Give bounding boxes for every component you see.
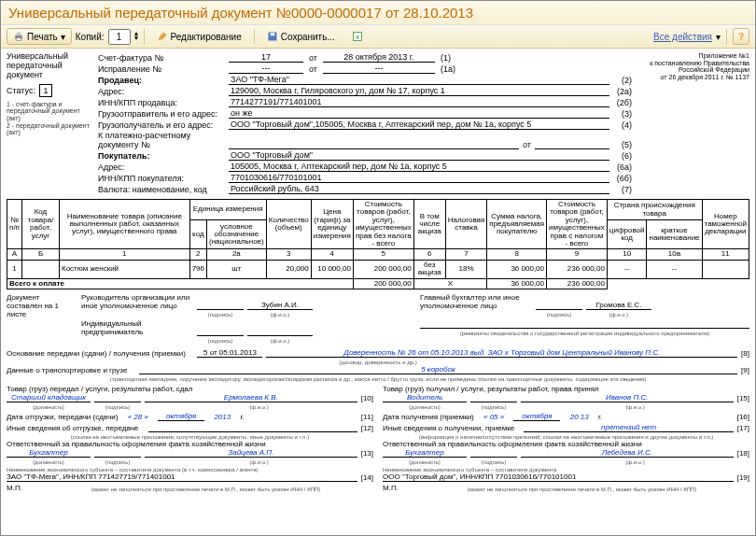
field-value: Российский рубль, 643 [229,184,609,194]
print-label: Печать [27,32,58,42]
field-value: 105005, Москва г, Аптекарский пер, дом №… [229,162,609,172]
col-ucode: код [189,220,206,249]
glb-label: Главный бухгалтер или иное уполномоченно… [420,293,532,310]
invoice-no: 17 [229,52,303,63]
items-table: № п/п Код товара/ работ, услуг Наименова… [7,199,749,289]
ip-reg [420,319,749,329]
doc-pages: Документ составлен на 1 листе [7,293,72,346]
col-cn: краткое наименование [647,220,702,249]
copies-label: Копий: [76,32,105,42]
separator [144,29,145,44]
col-num: № п/п [7,200,22,249]
field-num: (2) [609,76,632,85]
col-num-c7: 5 [353,249,413,260]
field-label: Валюта: наименование, код [98,185,229,194]
window-title: Универсальный передаточный документ №000… [1,1,755,25]
col-num-c1: А [7,249,22,260]
field-value: 7714277191/771401001 [229,97,609,107]
correction-label: Исправление № [98,64,229,74]
field-label: Покупатель: [98,151,229,161]
sub: (ф.и.о.) [586,312,651,317]
col-excise: В том числе акциза [413,200,445,249]
help-icon: ? [738,32,744,42]
header-fields: Счет-фактура № 17 от 28 октября 2013 г. … [98,52,632,195]
col-num-c11: 9 [547,249,608,260]
field-value: 129090, Москва г, Гиляровского ул, дом №… [229,86,609,96]
table-row: 1Костюм женский796шт20,00010 000,00200 0… [7,260,749,278]
sub: (подпись) [197,338,244,344]
printer-icon [13,31,24,42]
copies-input[interactable] [108,29,131,45]
export-button[interactable]: x [345,28,370,45]
status-note-1: 1 - счет-фактура и передаточный документ… [7,101,92,122]
status-value: 1 [39,84,52,97]
col-usym: условное обозначение (национальное) [207,220,267,249]
ip-label: Индивидуальный предприниматель [81,319,193,336]
doc-type-2: передаточный [7,61,63,70]
status-note-2: 2 - передаточный документ (акт) [7,122,92,136]
col-num-c4a: 2 [189,249,206,260]
col-rate: Налоговая ставка [445,200,487,249]
field-label: К платежно-расчетному документу № [98,131,229,149]
svg-rect-2 [17,38,21,41]
field-value: ООО "Торговый дом",105005, Москва г, Апт… [229,120,609,130]
from-label: от [303,64,323,74]
field-value: ООО "Торговый дом" [229,150,609,161]
field-num: (5) [609,140,632,149]
col-num-c3: 1 [60,249,190,260]
print-button[interactable]: Печать ▾ [7,28,72,45]
edit-label: Редактирование [171,32,242,42]
col-num-c8: 6 [413,249,445,260]
edit-button[interactable]: Редактирование [150,28,248,45]
ip-name [247,327,313,336]
save-label: Сохранить... [281,32,335,42]
invoice-date: 28 октября 2013 г. [323,52,435,63]
correction-date: --- [323,63,435,74]
field-value: он же [229,108,609,119]
basis-val: 5 от 05.01.2013 [197,348,262,358]
col-num-c6: 4 [311,249,353,260]
spinner-icon[interactable]: ▴▾ [134,32,138,41]
document-window: Универсальный передаточный документ №000… [0,0,756,536]
col-unit: Единица измерения [189,200,266,220]
toolbar: Печать ▾ Копий: ▴▾ Редактирование Сохран… [1,25,755,49]
field-label: ИНН/КПП покупателя: [98,174,229,183]
col-num-c10: 8 [487,249,547,260]
glb-sign [536,301,582,310]
separator [726,29,727,44]
status-label: Статус: [7,86,35,95]
from-label: от [303,53,323,63]
block-title: Товар (груз) получил / услуги, результат… [383,385,749,393]
col-price: Цена (тариф) за единицу измерения [311,200,353,249]
field-label: Адрес: [98,87,229,96]
save-button[interactable]: Сохранить... [260,28,342,45]
separator [254,29,255,44]
ruk-label: Руководитель организации или иное уполно… [81,293,193,310]
n9: [9] [741,366,749,374]
col-num-c13: 11 [702,249,749,260]
col-num-c9: 7 [445,249,487,260]
help-button[interactable]: ? [733,28,749,45]
field-num: (4) [609,120,632,130]
field-value [229,139,519,149]
svg-text:x: x [356,33,359,41]
doc-type-1: Универсальный [7,51,68,61]
field-value: 7701030616/770101001 [229,173,609,183]
field-num: (6б) [609,174,632,183]
field-num: (2а) [609,87,632,96]
suffix-1a: (1а) [435,64,455,74]
dropdown-icon: ▾ [61,32,65,42]
col-num-c12b: 10а [647,249,702,260]
doc-type-3: документ [7,70,43,79]
sub: (реквизиты свидетельства о государственн… [420,331,749,336]
total-row: Всего к оплате200 000,00Х36 000,00236 00… [7,278,749,289]
svg-rect-4 [270,33,274,35]
glb-name: Громова Е.С. [586,301,651,310]
all-actions-link[interactable]: Все действия [653,32,712,42]
col-num-c12a: 10 [607,249,647,260]
field-num: (3) [609,109,632,119]
trans-sub: (транспортная накладная, поручение экспе… [7,376,749,382]
trans-label: Данные о транспортировке и грузе [7,366,127,374]
invoice-no-label: Счет-фактура № [98,53,229,63]
block-title: Товар (груз) передал / услуги, результат… [7,385,373,393]
